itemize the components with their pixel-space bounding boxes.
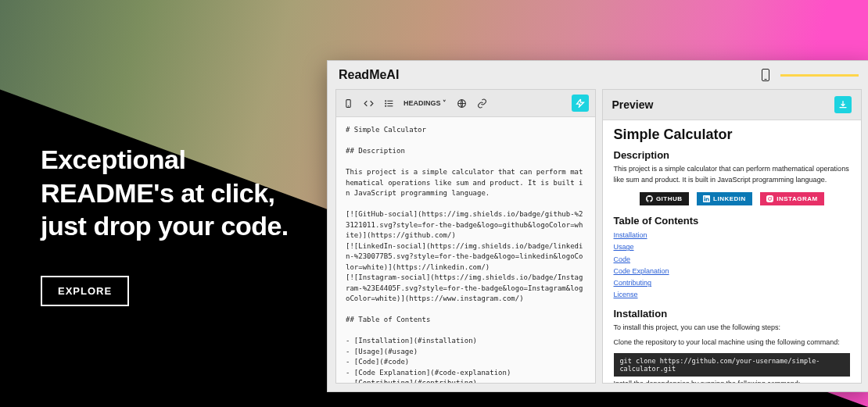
hero-headline: Exceptional README's at click, just drop… [41,143,322,243]
preview-h-installation: Installation [614,308,851,320]
explore-button[interactable]: EXPLORE [41,276,129,306]
app-window: ReadMeAI HEADINGS ˅ [327,60,868,392]
toc-list: Installation Usage Code Code Explanation… [614,230,851,302]
device-icon[interactable] [343,98,353,109]
install-step-intro: To install this project, you can use the… [614,323,851,334]
toc-link[interactable]: Code Explanation [614,266,851,277]
svg-point-6 [385,102,386,103]
accent-bar [780,74,859,77]
toc-link[interactable]: Contributing [614,277,851,289]
toc-link[interactable]: Code [614,254,851,266]
instagram-icon [766,195,773,202]
install-command: git clone https://github.com/your-userna… [614,353,851,377]
editor-toolbar: HEADINGS ˅ [336,90,595,117]
toc-link[interactable]: Usage [614,241,851,253]
link-icon[interactable] [476,98,487,109]
panes-container: HEADINGS ˅ # Simple Calculator ## Descri… [328,89,868,391]
preview-h-toc: Table of Contents [614,215,851,227]
list-icon[interactable] [383,98,394,109]
linkedin-badge[interactable]: LINKEDIN [697,192,752,205]
install-step-2: Install the dependencies by running the … [614,379,851,383]
headings-dropdown[interactable]: HEADINGS ˅ [404,99,447,107]
toc-link[interactable]: License [614,289,851,301]
preview-h-description: Description [614,149,851,161]
github-badge[interactable]: GITHUB [640,192,689,205]
hero-section: Exceptional README's at click, just drop… [41,143,322,306]
svg-point-5 [385,100,386,101]
editor-pane: HEADINGS ˅ # Simple Calculator ## Descri… [335,89,596,384]
preview-title: Simple Calculator [614,127,851,143]
preview-description: This project is a simple calculator that… [614,164,851,185]
linkedin-icon [703,195,710,202]
preview-header: Preview [603,90,862,120]
preview-body: Simple Calculator Description This proje… [603,120,862,383]
code-icon[interactable] [363,98,374,109]
instagram-badge-label: INSTAGRAM [777,195,817,202]
globe-icon[interactable] [456,98,467,109]
github-icon [646,195,653,202]
social-badges: GITHUB LINKEDIN INSTAGRAM [614,191,851,205]
markdown-editor[interactable]: # Simple Calculator ## Description This … [336,117,595,383]
svg-point-7 [385,105,386,106]
generate-button[interactable] [572,95,589,112]
preview-pane: Preview Simple Calculator Description Th… [602,89,863,384]
download-button[interactable] [834,96,852,113]
toc-link[interactable]: Installation [614,230,851,241]
mobile-preview-icon[interactable] [762,69,769,81]
preview-header-title: Preview [612,98,654,111]
app-header: ReadMeAI [328,61,868,89]
install-step-1: Clone the repository to your local machi… [614,337,851,348]
github-badge-label: GITHUB [656,195,683,202]
linkedin-badge-label: LINKEDIN [713,195,746,202]
instagram-badge[interactable]: INSTAGRAM [760,192,823,205]
app-title: ReadMeAI [339,68,399,82]
